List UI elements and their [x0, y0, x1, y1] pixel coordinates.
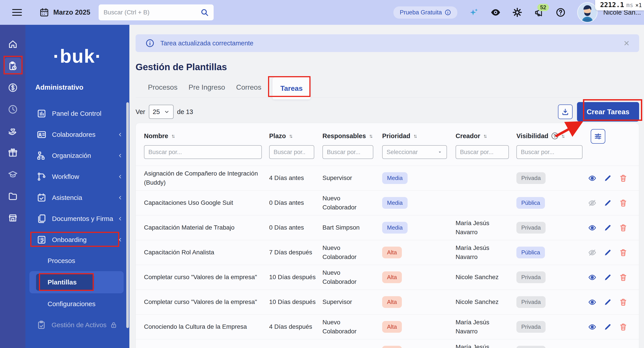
- table-row[interactable]: Conociendo la Cultura de la Empresa 4 Dí…: [136, 314, 639, 339]
- delete-icon[interactable]: [619, 273, 628, 282]
- edit-icon[interactable]: [604, 323, 612, 331]
- rail-training-icon[interactable]: [0, 164, 26, 185]
- task-name: Capacitaciones Uso Google Suit: [144, 195, 269, 211]
- priority-badge: Alta: [382, 346, 402, 348]
- table-row[interactable]: Capacitación Material de Trabajo 0 Días …: [136, 215, 639, 240]
- delete-icon[interactable]: [619, 323, 628, 331]
- calendar-icon[interactable]: [39, 7, 49, 18]
- table-row[interactable]: Alta María Jesús Navarro Privada: [136, 339, 639, 348]
- task-creator: María Jesús Navarro: [456, 216, 516, 240]
- sort-icon[interactable]: ↑↓: [561, 133, 564, 139]
- filter-creador-input[interactable]: [456, 145, 509, 159]
- sidebar-subitem-plantillas[interactable]: Plantillas: [36, 274, 94, 291]
- rail-time-icon[interactable]: [0, 99, 26, 120]
- edit-icon[interactable]: [604, 174, 612, 182]
- sort-icon[interactable]: ↑↓: [483, 133, 486, 139]
- icon-rail: [0, 25, 26, 348]
- filter-visibilidad-input[interactable]: [516, 145, 582, 159]
- rail-benefits-icon[interactable]: [0, 120, 26, 142]
- edit-icon[interactable]: [604, 248, 612, 257]
- tab-correos[interactable]: Correos: [236, 77, 262, 97]
- rail-home-icon[interactable]: [0, 34, 26, 55]
- table-row[interactable]: Capacitación Rol Analista 7 Días después…: [136, 240, 639, 265]
- create-tasks-button[interactable]: Crear Tareas: [577, 102, 639, 122]
- success-banner: Tarea actualizada correctamente ×: [136, 34, 639, 52]
- help-icon[interactable]: [556, 7, 566, 18]
- rail-company-icon[interactable]: [0, 207, 26, 229]
- delete-icon[interactable]: [619, 298, 628, 306]
- edit-icon[interactable]: [604, 273, 612, 282]
- user-avatar[interactable]: [577, 2, 598, 23]
- sidebar-subitem-procesos[interactable]: Procesos: [26, 250, 130, 271]
- sort-icon[interactable]: ↑↓: [289, 133, 292, 139]
- info-icon: [444, 9, 451, 16]
- visibility-help-icon[interactable]: ?: [552, 133, 558, 139]
- ai-sparkle-icon[interactable]: [469, 7, 479, 18]
- global-search[interactable]: [99, 5, 214, 20]
- table-row[interactable]: Completar curso "Valores de la empresa" …: [136, 265, 639, 289]
- rail-gifts-icon[interactable]: [0, 142, 26, 164]
- banner-close-icon[interactable]: ×: [624, 38, 630, 48]
- chevron-left-icon: [118, 237, 123, 243]
- edit-icon[interactable]: [604, 199, 612, 207]
- trial-label: Prueba Gratuita: [400, 9, 442, 16]
- filter-nombre-input[interactable]: [144, 145, 262, 159]
- sidebar-item-colaboradores[interactable]: Colaboradores: [26, 124, 130, 145]
- sidebar-item-documentos-y-firma[interactable]: Documentos y Firma: [26, 208, 130, 229]
- search-icon[interactable]: [200, 8, 209, 17]
- filter-prioridad-select[interactable]: Seleccionar: [382, 145, 447, 159]
- view-icon[interactable]: [588, 224, 596, 232]
- task-responsible: Nuevo Colaborador: [322, 265, 382, 289]
- rail-onboarding-icon[interactable]: [0, 55, 26, 77]
- download-button[interactable]: [558, 105, 572, 119]
- view-icon[interactable]: [588, 174, 596, 182]
- delete-icon[interactable]: [619, 199, 628, 207]
- rail-payroll-icon[interactable]: [0, 77, 26, 99]
- view-hidden-icon[interactable]: [588, 248, 596, 257]
- sort-icon[interactable]: ↑↓: [413, 133, 416, 139]
- sidebar-item-gestion-de-activos[interactable]: Gestión de Activos: [26, 314, 130, 335]
- filter-plazo-input[interactable]: [269, 145, 314, 159]
- delete-icon[interactable]: [619, 174, 628, 182]
- task-deadline: 4 Días antes: [269, 170, 322, 186]
- sidebar-item-organizacion[interactable]: Organización: [26, 145, 130, 166]
- sidebar-item-onboarding[interactable]: Onboarding: [26, 229, 130, 250]
- sidebar-item-asistencia[interactable]: Asistencia: [26, 187, 130, 208]
- visibility-eye-icon[interactable]: [490, 7, 501, 18]
- sort-icon[interactable]: ↑↓: [172, 133, 174, 139]
- delete-icon[interactable]: [619, 248, 628, 257]
- view-icon[interactable]: [588, 273, 596, 282]
- task-creator: María Jesús Navarro: [456, 240, 516, 264]
- period-label[interactable]: Marzo 2025: [53, 9, 90, 16]
- sidebar-item-panel-de-control[interactable]: Panel de Control: [26, 103, 130, 124]
- table-row[interactable]: Completar curso "Valores de la empresa" …: [136, 289, 639, 314]
- tab-procesos[interactable]: Procesos: [148, 77, 177, 97]
- view-icon[interactable]: [588, 298, 596, 306]
- rail-documents-icon[interactable]: [0, 185, 26, 207]
- filter-responsables-input[interactable]: [322, 145, 373, 159]
- delete-icon[interactable]: [619, 224, 628, 232]
- hamburger-menu-icon[interactable]: [12, 9, 22, 16]
- column-settings-button[interactable]: [591, 129, 605, 144]
- table-row[interactable]: Asignación de Compañero de Integración (…: [136, 166, 639, 190]
- announcements-megaphone-icon[interactable]: 52: [534, 7, 544, 18]
- page-size-select[interactable]: 25: [149, 105, 174, 119]
- sidebar-scrollbar[interactable]: [126, 102, 129, 328]
- sidebar-subitem-configuraciones[interactable]: Configuraciones: [26, 293, 130, 314]
- view-hidden-icon[interactable]: [588, 199, 596, 207]
- edit-icon[interactable]: [604, 224, 612, 232]
- sort-icon[interactable]: ↑↓: [369, 133, 372, 139]
- tab-pre-ingreso[interactable]: Pre Ingreso: [188, 77, 225, 97]
- task-name: Completar curso "Valores de la empresa": [144, 294, 269, 310]
- sidebar-item-workflow[interactable]: Workflow: [26, 166, 130, 187]
- priority-badge: Alta: [382, 247, 402, 259]
- priority-badge: Alta: [382, 296, 402, 308]
- settings-gear-icon[interactable]: [512, 7, 522, 18]
- view-icon[interactable]: [588, 323, 596, 331]
- search-input[interactable]: [104, 9, 200, 16]
- edit-icon[interactable]: [604, 298, 612, 306]
- trial-badge[interactable]: Prueba Gratuita: [394, 7, 457, 19]
- task-name: Capacitación Rol Analista: [144, 245, 269, 260]
- tab-tareas[interactable]: Tareas: [272, 77, 311, 99]
- table-row[interactable]: Capacitaciones Uso Google Suit 0 Días an…: [136, 190, 639, 215]
